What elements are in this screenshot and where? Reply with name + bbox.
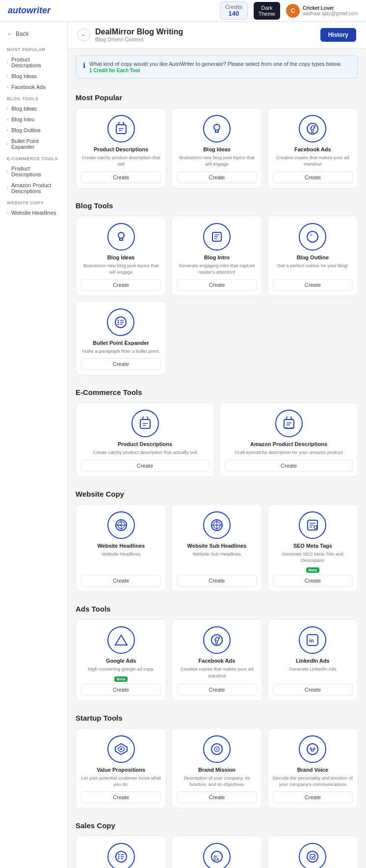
- bullet-point-row: Bullet Point Expander Make a paragraph f…: [76, 301, 358, 375]
- create-button[interactable]: Create: [81, 279, 161, 291]
- brand-voice-icon: [299, 735, 326, 763]
- avatar: C: [286, 4, 300, 18]
- card-desc: High converting google ad copy.: [88, 666, 154, 672]
- chevron-icon: ›: [7, 128, 8, 133]
- card-google-ads: Google Ads High converting google ad cop…: [76, 619, 166, 700]
- content-back-button[interactable]: ←: [78, 28, 90, 41]
- create-button[interactable]: Create: [225, 460, 353, 472]
- svg-text:in: in: [309, 638, 314, 644]
- card-amazon: Amazon Product Descriptions Craft eyecat…: [219, 402, 358, 476]
- svg-text:H: H: [119, 524, 121, 527]
- card-desc: Brainstorm new blog post topics that wil…: [177, 154, 257, 168]
- sidebar-item-product-descriptions[interactable]: › Product Descriptions: [0, 54, 67, 71]
- facebook-ads-icon: [203, 626, 231, 654]
- create-button[interactable]: Create: [81, 171, 161, 183]
- create-button[interactable]: Create: [81, 575, 161, 587]
- card-desc: Creative copies that makes your ad stand…: [177, 666, 257, 679]
- top-nav: autowriter Credits 140 DarkTheme C Crick…: [0, 0, 366, 22]
- create-button[interactable]: Create: [81, 358, 161, 370]
- create-button[interactable]: Create: [81, 460, 209, 472]
- create-button[interactable]: Create: [273, 279, 353, 291]
- create-button[interactable]: Create: [177, 171, 257, 183]
- create-button[interactable]: Create: [81, 791, 161, 803]
- beta-badge: Beta: [306, 567, 319, 573]
- sidebar-item-ecommerce-product[interactable]: › Product Descriptions: [0, 163, 67, 180]
- content-area: ← DealMirror Blog Writing Blog Driven Co…: [68, 22, 366, 868]
- sidebar-item-website-headlines[interactable]: › Website Headlines: [0, 207, 67, 218]
- svg-point-36: [307, 851, 318, 862]
- sidebar-item-blog-outline[interactable]: › Blog Outline: [0, 125, 67, 136]
- section-title-blog-tools: Blog Tools: [76, 201, 358, 210]
- card-name: Blog Intro: [204, 254, 230, 260]
- bullet-icon: [107, 308, 134, 336]
- card-blog-intro: Blog Intro Generate engaging intro that …: [171, 216, 262, 297]
- svg-rect-0: [116, 125, 126, 134]
- sidebar-item-facebook-ads[interactable]: › Facebook Ads: [0, 82, 67, 92]
- card-desc: Brainstorm new blog post topics that wil…: [81, 262, 161, 276]
- blog-tools-grid: Blog Ideas Brainstorm new blog post topi…: [76, 216, 358, 297]
- svg-point-17: [314, 526, 317, 529]
- card-seo-meta-tags: SEO Meta Tags Generate SEO Meta Title an…: [267, 504, 358, 592]
- card-ecommerce-product: Product Descriptions Create catchy produ…: [76, 402, 214, 476]
- sidebar-item-blog-intro[interactable]: › Blog Intro: [0, 114, 67, 125]
- create-button[interactable]: Create: [273, 791, 353, 803]
- bab-icon: [299, 843, 326, 868]
- section-title-sales: Sales Copy: [76, 821, 358, 830]
- create-button[interactable]: Create: [273, 171, 353, 183]
- card-linkedin-ads: in LinkedIn Ads Generate LinkedIn Ads Cr…: [267, 619, 358, 700]
- chevron-icon: ›: [7, 74, 8, 79]
- svg-rect-12: [284, 420, 294, 428]
- sidebar-item-blog-ideas[interactable]: › Blog Ideas: [0, 71, 67, 82]
- section-ads-tools: Ads Tools Google Ads High converting goo…: [68, 597, 366, 700]
- card-name: Product Descriptions: [118, 441, 172, 447]
- dark-theme-button[interactable]: DarkTheme: [254, 2, 280, 20]
- page-title: DealMirror Blog Writing: [95, 28, 183, 36]
- user-email: aadhaar.ajay@gmail.com: [303, 11, 358, 16]
- card-bullet-point: Bullet Point Expander Make a paragraph f…: [76, 301, 166, 375]
- card-desc: Create catchy product description that s…: [81, 154, 161, 168]
- card-facebook-ads: Facebook Ads Creative copies that makes …: [267, 108, 358, 189]
- website-grid: H Website Headlines Website Headlines Cr…: [76, 504, 358, 592]
- create-button[interactable]: Create: [177, 791, 257, 803]
- sidebar-item-blog-ideas-2[interactable]: › Blog Ideas: [0, 103, 67, 114]
- create-button[interactable]: Create: [177, 684, 257, 696]
- amazon-icon: [275, 410, 303, 437]
- card-desc: Website Headlines: [102, 551, 140, 571]
- history-button[interactable]: History: [320, 28, 356, 42]
- create-button[interactable]: Create: [273, 684, 353, 696]
- svg-rect-11: [140, 420, 150, 428]
- back-arrow-icon: ←: [7, 30, 13, 37]
- info-banner: ℹ What kind of copy would you like AutoW…: [76, 56, 358, 79]
- product-icon: [107, 115, 135, 142]
- card-name: Google Ads: [106, 658, 136, 664]
- card-desc: Generate engaging intro that capture rea…: [177, 262, 257, 276]
- card-before-after-bridge: Before After Bridge A problem that your …: [267, 836, 358, 868]
- sidebar-item-bullet-point[interactable]: › Bullet Point Expander: [0, 136, 67, 152]
- create-button[interactable]: Create: [177, 279, 257, 291]
- sidebar-section-most-popular: MOST POPULAR: [0, 43, 67, 54]
- svg-point-27: [216, 748, 217, 750]
- create-button[interactable]: Create: [81, 684, 161, 696]
- create-button[interactable]: Create: [177, 575, 257, 587]
- sidebar-section-ecommerce: E-COMMERCE TOOLS: [0, 152, 67, 163]
- svg-text:DA: DA: [213, 857, 219, 862]
- sidebar-item-amazon[interactable]: › Amazon Product Descriptions: [0, 180, 67, 196]
- svg-rect-37: [310, 854, 315, 859]
- sidebar-section-blog-tools: BLOG TOOLS: [0, 92, 67, 103]
- info-banner-text: What kind of copy would you like AutoWri…: [89, 61, 341, 67]
- section-most-popular: Most Popular Product Descriptions Create…: [68, 85, 366, 189]
- blog-ideas-icon: [203, 115, 231, 142]
- logo: autowriter: [8, 5, 51, 16]
- value-icon: [107, 735, 135, 763]
- card-name: Bullet Point Expander: [93, 340, 149, 346]
- info-icon: ℹ: [83, 61, 85, 69]
- create-button[interactable]: Create: [273, 575, 353, 587]
- card-name: Brand Mission: [198, 767, 235, 773]
- ecommerce-product-icon: [131, 410, 159, 437]
- startup-grid: Value Propositions Let your potential cu…: [76, 728, 358, 809]
- sidebar-back[interactable]: ← Back: [0, 28, 67, 40]
- chevron-icon: ›: [7, 60, 8, 65]
- seo-icon: [299, 511, 326, 539]
- section-startup-tools: Startup Tools Value Propositions Let you…: [68, 706, 366, 809]
- section-title-most-popular: Most Popular: [76, 93, 358, 102]
